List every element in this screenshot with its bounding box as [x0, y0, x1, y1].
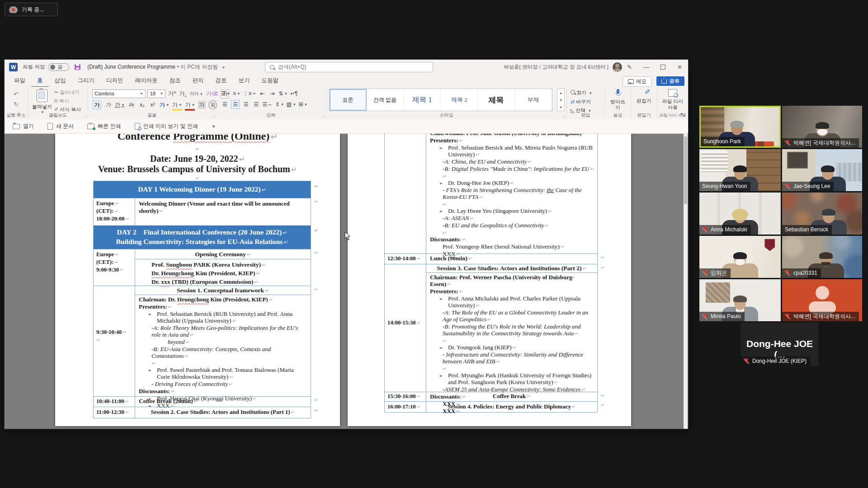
participant-tile[interactable]: Sunghoon Park	[699, 106, 781, 148]
font-name-combo[interactable]: Cambria▼	[92, 89, 146, 98]
font-size-combo[interactable]: 18▼	[147, 89, 165, 98]
strikethrough-button[interactable]: 가	[127, 101, 135, 109]
document-title[interactable]: (Draft) June Conference Programme • 이 PC…	[87, 63, 225, 71]
tab-mailings[interactable]: 편지	[187, 75, 210, 87]
shading-icon[interactable]: ▨▼	[287, 100, 296, 108]
styles-dialog-launcher[interactable]: ⌟	[563, 113, 565, 117]
document-page-1[interactable]: Conference Programme (Online) ↵ Date: Ju…	[55, 134, 340, 426]
scrollbar-thumb[interactable]	[684, 136, 687, 204]
new-document-button[interactable]: 새 문서	[47, 122, 74, 130]
dictate-button[interactable]: 받아쓰기	[605, 87, 631, 111]
align-right-icon[interactable]: ☰	[242, 100, 250, 108]
document-page-2[interactable]: Chairwoman: Prof. Julie Gilson (Universi…	[348, 134, 631, 426]
char-shading-button[interactable]: 가	[198, 101, 206, 109]
align-left-icon[interactable]: ☰	[221, 100, 229, 108]
distribute-icon[interactable]: ☰⇔	[262, 100, 273, 108]
font-dialog-launcher[interactable]: ⌟	[212, 113, 214, 117]
font-color-button[interactable]: 가▼	[185, 101, 195, 111]
style-heading2[interactable]: 제목 2	[441, 89, 478, 111]
save-icon[interactable]	[75, 64, 80, 70]
bullets-icon[interactable]: ☰▼	[221, 89, 231, 98]
participant-tile[interactable]: 임하은	[699, 236, 781, 278]
bold-button[interactable]: 가	[93, 100, 101, 109]
multilevel-list-icon[interactable]: ⋮≡▼	[243, 89, 256, 98]
paragraph-dialog-launcher[interactable]: ⌟	[323, 113, 325, 117]
redo-icon[interactable]: ↻	[14, 101, 19, 108]
tab-home[interactable]: 홈	[31, 75, 49, 87]
line-spacing-icon[interactable]: ⇕▼	[275, 100, 284, 108]
tab-view[interactable]: 보기	[233, 75, 256, 87]
collapse-ribbon-icon[interactable]: ▼	[679, 112, 684, 117]
share-button[interactable]: 공유	[656, 76, 684, 86]
autosave-toggle[interactable]: 끔	[48, 63, 69, 71]
undo-icon[interactable]: ↶	[14, 91, 19, 98]
subscript-button[interactable]: x₂	[138, 101, 146, 109]
search-input[interactable]: 검색(Alt+Q)	[265, 62, 433, 72]
reuse-files-button[interactable]: 파일 다시 사용	[657, 87, 688, 110]
tab-references[interactable]: 참조	[164, 75, 187, 87]
participant-tile[interactable]: Jae-Seung Lee	[782, 149, 862, 191]
find-icon	[571, 90, 575, 94]
recording-indicator[interactable]: 기록 중...	[5, 3, 58, 16]
restore-button[interactable]	[655, 60, 671, 75]
participant-tile[interactable]: cpa20331	[782, 236, 862, 278]
document-scrollbar[interactable]	[684, 134, 688, 429]
tab-design[interactable]: 디자인	[100, 75, 129, 87]
increase-indent-icon[interactable]: ⇥	[269, 89, 276, 98]
tab-review[interactable]: 검토	[210, 75, 233, 87]
qat-overflow-icon[interactable]: ▼	[212, 124, 216, 129]
participant-tile[interactable]: 박혜연[ 국제대학원석사...	[782, 106, 862, 148]
pen-mode-icon[interactable]: ✎	[621, 60, 638, 75]
italic-button[interactable]: 가	[104, 101, 112, 109]
account-area[interactable]: 박성훈[ 센터장 / 고려대학교 장 모네 EU센터 ]	[504, 60, 622, 75]
editor-button[interactable]: 편집기	[631, 87, 657, 104]
justify-icon[interactable]: ☰	[252, 100, 260, 108]
participant-tile[interactable]: Anna Michalski	[699, 192, 781, 235]
style-normal[interactable]: 표준	[330, 89, 367, 111]
styles-scroll[interactable]: ▲▼▼	[557, 89, 565, 111]
participant-tile[interactable]: Seung-Hwan Yoon	[699, 149, 781, 191]
tab-insert[interactable]: 삽입	[49, 75, 72, 87]
shrink-font-icon[interactable]: 가ˬ	[179, 90, 187, 98]
doc-line: -B: EU-Asia Connectivity: Concepts, Cont…	[139, 346, 308, 360]
style-title[interactable]: 제목	[478, 89, 515, 111]
cut-button[interactable]: ✂ 잘라내기	[54, 88, 81, 97]
participant-tile[interactable]: 박혜연[ 국제대학원석사...	[782, 279, 862, 321]
tab-layout[interactable]: 레이아웃	[129, 75, 164, 87]
tab-draw[interactable]: 그리기	[72, 75, 101, 87]
superscript-button[interactable]: x²	[149, 101, 156, 109]
style-heading1[interactable]: 제목 1	[404, 89, 441, 111]
find-button[interactable]: 찾기 ▼	[571, 89, 604, 98]
print-preview-button[interactable]: 인쇄 미리 보기 및 인쇄	[135, 122, 198, 130]
minimize-button[interactable]: —	[638, 60, 655, 75]
highlight-button[interactable]: 가▼	[172, 101, 182, 111]
tab-file[interactable]: 파일	[8, 75, 31, 87]
tab-help[interactable]: 도움말	[256, 75, 285, 87]
align-center-icon[interactable]: ☰	[231, 100, 240, 109]
copy-button[interactable]: ⧉ 복사	[54, 97, 81, 105]
decrease-indent-icon[interactable]: ⇤	[259, 89, 266, 98]
numbering-icon[interactable]: ≡▼	[233, 89, 241, 98]
clipboard-dialog-launcher[interactable]: ⌟	[85, 113, 86, 117]
doc-line: Prof. Sunghoon PARK (Korea University)	[151, 261, 311, 269]
underline-button[interactable]: 간▼	[115, 101, 125, 109]
change-case-icon[interactable]: 가가▼	[189, 90, 203, 98]
close-button[interactable]: ✕	[671, 60, 688, 75]
para-mark-icon[interactable]: ↵¶	[290, 89, 298, 98]
borders-icon[interactable]: ⊞▼	[298, 100, 307, 108]
style-subtitle[interactable]: 부제	[515, 89, 552, 111]
participant-tile[interactable]: Mireia Paulo	[699, 279, 781, 321]
participant-tile[interactable]: Sebastian Bersick	[782, 192, 862, 235]
style-no-spacing[interactable]: 간격 없음	[367, 89, 404, 111]
comments-button[interactable]: 메모	[623, 76, 652, 87]
replace-button[interactable]: ⇄ 바꾸기	[571, 98, 604, 106]
sort-icon[interactable]: ⇅▼	[278, 89, 288, 98]
session3-title: Session 3. Case Studies: Actors and Inst…	[426, 264, 597, 273]
text-effects-button[interactable]: 가▼	[160, 101, 170, 109]
participant-name-label: cpa20331	[782, 268, 821, 278]
open-button[interactable]: 열기	[13, 122, 34, 130]
paste-button[interactable]: 붙여넣기 ▼	[32, 89, 52, 116]
grow-font-icon[interactable]: 가^	[168, 90, 176, 98]
quick-print-button[interactable]: 빠른 인쇄	[87, 122, 121, 130]
participant-tile[interactable]: Dong-Hee JOE (... Dong-Hee JOE (KIEP)	[741, 323, 818, 366]
